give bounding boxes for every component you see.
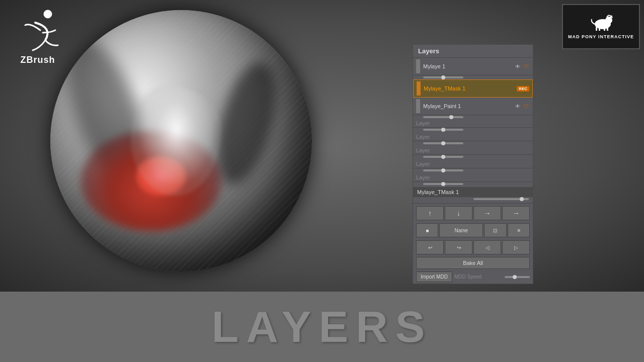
layers-panel: Layers Mylaye 1 👁 🛡 Mylaye_TMask 1 REC: [413, 44, 533, 284]
rec-badge: REC: [517, 86, 529, 92]
main-canvas: ZBrush MAD PONY INTERActIVE: [0, 0, 644, 292]
move-down-button[interactable]: ↓: [445, 206, 472, 220]
layer-slider-1[interactable]: [423, 76, 463, 78]
layers-title: LAYERS: [212, 301, 433, 352]
selected-layer-slider[interactable]: [473, 198, 529, 200]
mdd-speed-label: MDD Speed: [454, 274, 503, 280]
slider-row-1: [413, 75, 533, 79]
layer-item-1[interactable]: Mylaye 1 👁 🛡: [413, 58, 533, 75]
empty-layer-1[interactable]: Layer: [413, 119, 533, 128]
square-icon: ■: [426, 228, 429, 233]
layer-name-2: Mylaye_TMask 1: [424, 85, 517, 92]
empty-layer-2[interactable]: Layer: [413, 133, 533, 141]
right-arrow-icon: →: [484, 209, 491, 217]
move-right2-button[interactable]: →: [502, 206, 530, 220]
svg-rect-6: [607, 27, 608, 31]
layer-left-bar-1: [416, 59, 420, 73]
right2-icon: ▷: [514, 245, 518, 250]
name-button[interactable]: Name: [439, 223, 483, 237]
layer-item-3[interactable]: Mylaye_Paint 1 👁 🛡: [413, 98, 533, 115]
zbrush-text: ZBrush: [8, 55, 68, 65]
zbrush-logo: ZBrush: [8, 5, 68, 65]
redo-icon: ↪: [457, 245, 461, 250]
empty-slider-1: [413, 128, 533, 133]
move-right-button[interactable]: →: [473, 206, 501, 220]
selected-layer-display: Mylaye_TMask 1: [413, 187, 533, 197]
layer-icons-1: 👁 🛡: [514, 63, 530, 70]
mad-pony-text: MAD PONY INTERActIVE: [568, 34, 634, 40]
empty-slider-3: [413, 155, 533, 160]
svg-rect-3: [596, 27, 597, 31]
empty-slider-4: [413, 168, 533, 173]
button-row-2: ■ Name ⊡ ✕: [413, 222, 533, 239]
empty-layer-slider-1[interactable]: [423, 129, 463, 131]
right-arrow2-icon: →: [513, 209, 520, 217]
panel-title: Layers: [413, 45, 533, 58]
import-row: Import MDD MDD Speed: [413, 270, 533, 284]
button-row-3: ↩ ↪ ◁ ▷: [413, 239, 533, 256]
x-icon: ✕: [517, 228, 521, 233]
mdd-speed-slider[interactable]: [505, 276, 530, 278]
sphere-container: [50, 10, 342, 292]
slider-row-3: [413, 115, 533, 119]
down-arrow-icon: ↓: [457, 209, 460, 217]
mad-pony-logo: MAD PONY INTERActIVE: [562, 4, 640, 49]
right2-button[interactable]: ▷: [502, 240, 530, 254]
layer-name-3: Mylaye_Paint 1: [423, 103, 514, 109]
bottom-bar: LAYERS: [0, 292, 644, 362]
svg-point-0: [44, 10, 52, 18]
empty-slider-5: [413, 182, 533, 187]
empty-slider-2: [413, 141, 533, 146]
zbrush-sphere: [50, 10, 312, 272]
empty-layer-slider-4[interactable]: [423, 169, 463, 171]
layer-left-bar-3: [416, 99, 420, 113]
left-icon: ◁: [486, 245, 490, 250]
layer-slider-3[interactable]: [423, 116, 463, 118]
move-up-button[interactable]: ↑: [416, 206, 444, 220]
svg-rect-4: [599, 27, 600, 31]
shield-icon-3: 🛡: [523, 103, 530, 110]
svg-point-2: [605, 17, 612, 24]
eye-icon-1: 👁: [514, 63, 521, 70]
empty-layer-slider-3[interactable]: [423, 156, 463, 158]
undo-button[interactable]: ↩: [416, 240, 444, 254]
page-button[interactable]: ⊡: [484, 223, 506, 237]
left-button[interactable]: ◁: [473, 240, 501, 254]
x-button[interactable]: ✕: [508, 223, 530, 237]
empty-layer-3[interactable]: Layer: [413, 146, 533, 155]
square-button[interactable]: ■: [416, 223, 438, 237]
layer-name-1: Mylaye 1: [423, 63, 514, 69]
empty-layer-4[interactable]: Layer: [413, 160, 533, 168]
redo-button[interactable]: ↪: [445, 240, 472, 254]
button-row-1: ↑ ↓ → →: [413, 205, 533, 222]
layer-icons-2: REC: [517, 86, 529, 92]
bake-all-button[interactable]: Bake All: [416, 257, 530, 269]
page-icon: ⊡: [493, 228, 497, 233]
empty-layer-5[interactable]: Layer: [413, 173, 533, 182]
layer-item-2[interactable]: Mylaye_TMask 1 REC: [413, 79, 533, 98]
shield-icon-1: 🛡: [523, 63, 530, 70]
undo-icon: ↩: [428, 245, 432, 250]
panel-divider-1: [413, 203, 533, 204]
layer-icons-3: 👁 🛡: [514, 103, 530, 110]
svg-rect-5: [604, 27, 605, 31]
empty-layer-slider-5[interactable]: [423, 183, 463, 185]
eye-icon-3: 👁: [514, 103, 521, 110]
name-label: Name: [454, 228, 468, 233]
selected-slider-row: [413, 197, 533, 202]
import-mdd-button[interactable]: Import MDD: [416, 272, 452, 282]
up-arrow-icon: ↑: [428, 209, 432, 217]
empty-layer-slider-2[interactable]: [423, 142, 463, 144]
layer-left-bar-2: [417, 81, 421, 96]
